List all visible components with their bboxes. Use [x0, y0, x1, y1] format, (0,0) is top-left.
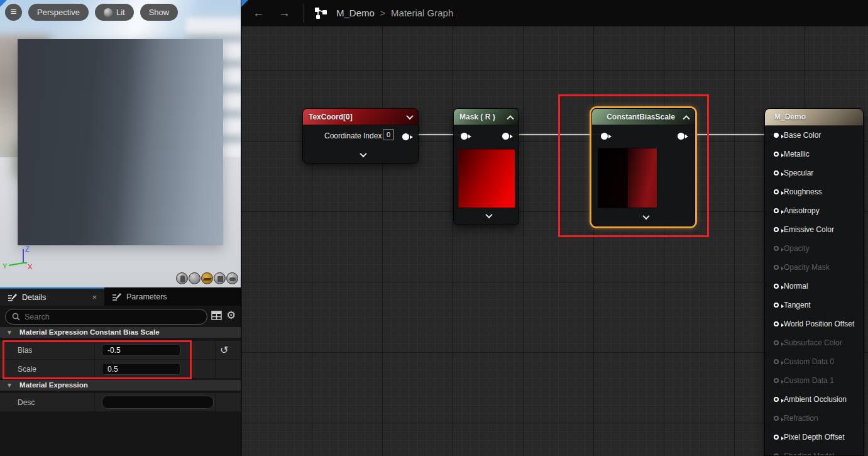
- output-pin-row[interactable]: Custom Data 0: [765, 352, 863, 371]
- chevron-up-icon[interactable]: [507, 115, 514, 122]
- tab-parameters[interactable]: Parameters: [104, 287, 175, 306]
- desc-input[interactable]: [102, 396, 214, 409]
- viewport-menu-button[interactable]: ≡: [5, 4, 22, 21]
- forward-arrow-button[interactable]: →: [278, 6, 290, 20]
- output-pin-icon[interactable]: [774, 152, 779, 157]
- output-pin-icon[interactable]: [774, 435, 779, 440]
- bias-input[interactable]: [102, 344, 180, 356]
- show-button[interactable]: Show: [140, 4, 179, 21]
- output-pin-icon[interactable]: [774, 359, 779, 364]
- display-filter-icon[interactable]: [211, 311, 222, 320]
- output-pin-row[interactable]: Pixel Depth Offset: [765, 428, 863, 447]
- section-title: Material Expression Constant Bias Scale: [19, 328, 159, 336]
- node-mask-r[interactable]: Mask ( R ): [453, 108, 519, 225]
- breadcrumb-asset-name[interactable]: M_Demo: [336, 8, 375, 18]
- output-pin-label: Anisotropy: [784, 206, 820, 215]
- cbs-output-pin[interactable]: [678, 133, 684, 140]
- output-pin-icon[interactable]: [774, 208, 779, 213]
- coordinate-index-value[interactable]: 0: [383, 129, 394, 140]
- column-divider[interactable]: [94, 393, 95, 412]
- node-constantbiasscale[interactable]: ConstantBiasScale: [591, 108, 695, 226]
- preview-shape-cube-button[interactable]: [214, 272, 226, 284]
- output-pin-row[interactable]: Custom Data 1: [765, 371, 863, 390]
- back-arrow-button[interactable]: ←: [253, 6, 265, 20]
- output-pin-icon[interactable]: [774, 170, 779, 175]
- output-pin-row[interactable]: Opacity Mask: [765, 258, 863, 277]
- output-pin-icon[interactable]: [774, 416, 779, 421]
- breadcrumb-graph-name[interactable]: Material Graph: [391, 8, 453, 18]
- material-graph-icon: [314, 6, 329, 20]
- output-pin-icon[interactable]: [774, 265, 779, 270]
- output-pin-row[interactable]: Ambient Occlusion: [765, 390, 863, 409]
- preview-shape-teapot-button[interactable]: [226, 272, 238, 284]
- node-cbs-header[interactable]: ConstantBiasScale: [592, 109, 695, 125]
- output-pin-row[interactable]: Metallic: [765, 145, 863, 164]
- texcoord-output-pin[interactable]: [402, 133, 409, 140]
- output-pin-icon[interactable]: [774, 397, 779, 402]
- material-graph-canvas[interactable]: TexCoord[0] Coordinate Index 0 Mask ( R …: [241, 0, 868, 456]
- reset-to-default-icon[interactable]: ↺: [220, 344, 228, 356]
- output-pin-row[interactable]: Shading Model: [765, 447, 863, 456]
- output-pin-row[interactable]: Normal: [765, 277, 863, 296]
- output-pin-icon[interactable]: [774, 321, 779, 326]
- output-pin-row[interactable]: World Position Offset: [765, 314, 863, 333]
- preview-shape-plane-button[interactable]: [201, 272, 213, 284]
- cbs-preview-black-half: [598, 148, 628, 208]
- coordinate-index-label: Coordinate Index: [324, 131, 382, 140]
- output-pin-row[interactable]: Refraction: [765, 409, 863, 428]
- output-pin-row[interactable]: Anisotropy: [765, 201, 863, 220]
- section-header-constant-bias-scale[interactable]: ▼ Material Expression Constant Bias Scal…: [0, 327, 241, 338]
- lit-mode-button[interactable]: Lit: [95, 4, 134, 21]
- cylinder-icon: [180, 275, 185, 282]
- chevron-down-icon[interactable]: [642, 213, 649, 220]
- output-pin-row[interactable]: Base Color: [765, 126, 863, 145]
- output-pin-icon[interactable]: [774, 133, 779, 138]
- column-divider: [215, 360, 216, 379]
- chevron-down-icon[interactable]: [406, 112, 413, 119]
- output-pin-icon[interactable]: [774, 189, 779, 194]
- collapse-triangle-icon: ▼: [6, 329, 13, 336]
- output-pin-icon[interactable]: [774, 340, 779, 345]
- node-material-output[interactable]: M_Demo Base Color Metallic: [764, 108, 864, 456]
- tab-details[interactable]: Details ×: [0, 287, 104, 306]
- lit-sphere-icon: [104, 8, 113, 17]
- output-pin-row[interactable]: Opacity: [765, 239, 863, 258]
- perspective-button[interactable]: Perspective: [28, 4, 89, 21]
- preview-shape-cylinder-button[interactable]: [176, 272, 188, 284]
- column-divider[interactable]: [94, 341, 95, 360]
- node-title: M_Demo: [774, 113, 806, 121]
- output-pin-label: Opacity: [784, 244, 810, 253]
- desc-label: Desc: [18, 398, 35, 407]
- preview-shape-sphere-button[interactable]: [189, 272, 201, 284]
- chevron-down-icon[interactable]: [485, 211, 492, 218]
- gear-icon[interactable]: ⚙: [226, 309, 236, 322]
- section-header-material-expression[interactable]: ▼ Material Expression: [0, 380, 241, 391]
- search-input[interactable]: [25, 313, 175, 321]
- node-mask-header[interactable]: Mask ( R ): [454, 109, 519, 125]
- output-pin-icon[interactable]: [774, 246, 779, 251]
- material-preview-viewport[interactable]: ≡ Perspective Lit Show Z Y X: [0, 0, 241, 287]
- output-pin-row[interactable]: Roughness: [765, 182, 863, 201]
- output-pin-row[interactable]: Emissive Color: [765, 220, 863, 239]
- node-mdemo-header[interactable]: M_Demo: [765, 109, 863, 126]
- chevron-down-icon[interactable]: [360, 150, 366, 157]
- scale-input[interactable]: [102, 363, 180, 375]
- mask-output-pin[interactable]: [502, 133, 509, 140]
- cbs-input-pin[interactable]: [601, 133, 608, 140]
- node-texcoord-header[interactable]: TexCoord[0]: [303, 109, 418, 125]
- output-pin-icon[interactable]: [774, 378, 779, 383]
- output-pin-icon[interactable]: [774, 284, 779, 289]
- node-texcoord[interactable]: TexCoord[0] Coordinate Index 0: [302, 108, 419, 164]
- output-pin-row[interactable]: Subsurface Color: [765, 333, 863, 352]
- output-pin-row[interactable]: Tangent: [765, 296, 863, 314]
- parameters-icon: [112, 292, 121, 301]
- chevron-up-icon[interactable]: [683, 115, 689, 122]
- mask-input-pin[interactable]: [461, 133, 468, 140]
- close-tab-icon[interactable]: ×: [92, 292, 97, 302]
- output-pin-icon[interactable]: [774, 227, 779, 232]
- output-pin-icon[interactable]: [774, 303, 779, 308]
- output-pin-row[interactable]: Specular: [765, 164, 863, 182]
- column-divider[interactable]: [94, 360, 95, 379]
- search-box[interactable]: [5, 309, 207, 325]
- output-pin-icon[interactable]: [774, 453, 779, 456]
